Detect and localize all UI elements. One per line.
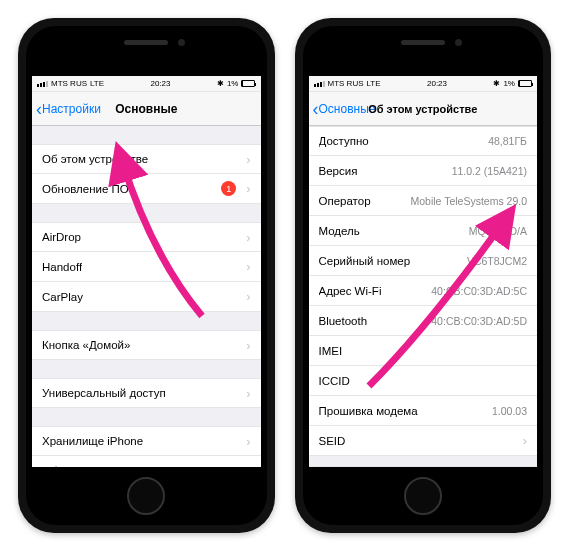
row-value: 1.00.03 — [424, 405, 527, 417]
carrier-label: MTS RUS — [51, 79, 87, 88]
carrier-label: MTS RUS — [328, 79, 364, 88]
row-label: Оператор — [319, 195, 371, 207]
chevron-right-icon: › — [246, 230, 250, 245]
row-value: 40:CB:C0:3D:AD:5C — [387, 285, 527, 297]
home-button[interactable] — [404, 477, 442, 515]
network-label: LTE — [90, 79, 104, 88]
back-label: Настройки — [42, 102, 101, 116]
row-carplay[interactable]: CarPlay › — [32, 282, 261, 312]
status-bar: MTS RUS LTE 20:23 ✱ 1% — [32, 76, 261, 92]
network-label: LTE — [367, 79, 381, 88]
screen-right: MTS RUS LTE 20:23 ✱ 1% ‹ Основные Об это… — [309, 76, 538, 467]
row-label: Адрес Wi-Fi — [319, 285, 382, 297]
row-carrier: Оператор Mobile TeleSystems 29.0 — [309, 186, 538, 216]
chevron-right-icon: › — [246, 259, 250, 274]
row-label: Обновление контента — [42, 465, 159, 468]
row-seid[interactable]: SEID › — [309, 426, 538, 456]
row-label: Версия — [319, 165, 358, 177]
row-software-update[interactable]: Обновление ПО 1 › — [32, 174, 261, 204]
update-badge: 1 — [221, 181, 236, 196]
front-camera — [455, 39, 462, 46]
chevron-right-icon: › — [246, 289, 250, 304]
battery-icon — [241, 80, 255, 87]
row-accessibility[interactable]: Универсальный доступ › — [32, 378, 261, 408]
row-background-refresh[interactable]: Обновление контента › — [32, 456, 261, 467]
row-home-button[interactable]: Кнопка «Домой» › — [32, 330, 261, 360]
back-label: Основные — [319, 102, 376, 116]
battery-icon — [518, 80, 532, 87]
front-camera — [178, 39, 185, 46]
row-label: Хранилище iPhone — [42, 435, 143, 447]
row-model: Модель MQ8L2ZD/A — [309, 216, 538, 246]
row-label: ICCID — [319, 375, 350, 387]
row-label: Модель — [319, 225, 360, 237]
row-value: 11.0.2 (15A421) — [363, 165, 527, 177]
row-label: Обновление ПО — [42, 183, 129, 195]
phone-body: MTS RUS LTE 20:23 ✱ 1% ‹ Настройки Основ… — [26, 26, 267, 525]
phone-right: MTS RUS LTE 20:23 ✱ 1% ‹ Основные Об это… — [295, 18, 552, 533]
row-value: 40:CB:C0:3D:AD:5D — [373, 315, 527, 327]
row-modem: Прошивка модема 1.00.03 — [309, 396, 538, 426]
chevron-right-icon: › — [246, 386, 250, 401]
row-bluetooth: Bluetooth 40:CB:C0:3D:AD:5D — [309, 306, 538, 336]
row-label: Об этом устройстве — [42, 153, 148, 165]
bluetooth-icon: ✱ — [217, 79, 224, 88]
row-about[interactable]: Об этом устройстве › — [32, 144, 261, 174]
bluetooth-icon: ✱ — [493, 79, 500, 88]
phone-left: MTS RUS LTE 20:23 ✱ 1% ‹ Настройки Основ… — [18, 18, 275, 533]
home-button[interactable] — [127, 477, 165, 515]
signal-icon — [37, 81, 48, 87]
back-button[interactable]: ‹ Настройки — [32, 100, 101, 118]
row-label: Универсальный доступ — [42, 387, 166, 399]
chevron-right-icon: › — [246, 181, 250, 196]
row-value: MQ8L2ZD/A — [366, 225, 527, 237]
speaker — [124, 40, 168, 45]
nav-bar: ‹ Настройки Основные — [32, 92, 261, 126]
row-label: Bluetooth — [319, 315, 368, 327]
row-version: Версия 11.0.2 (15A421) — [309, 156, 538, 186]
row-label: IMEI — [319, 345, 343, 357]
nav-bar: ‹ Основные Об этом устройстве — [309, 92, 538, 126]
status-bar: MTS RUS LTE 20:23 ✱ 1% — [309, 76, 538, 92]
row-label: AirDrop — [42, 231, 81, 243]
battery-label: 1% — [227, 79, 239, 88]
chevron-right-icon: › — [246, 338, 250, 353]
about-list[interactable]: Доступно 48,81ГБ Версия 11.0.2 (15A421) … — [309, 126, 538, 467]
row-label: SEID — [319, 435, 346, 447]
row-value: 48,81ГБ — [375, 135, 527, 147]
row-serial: Серийный номер VC6T8JCM2 — [309, 246, 538, 276]
clock-label: 20:23 — [427, 79, 447, 88]
row-label: CarPlay — [42, 291, 83, 303]
signal-icon — [314, 81, 325, 87]
row-imei: IMEI — [309, 336, 538, 366]
row-label: Прошивка модема — [319, 405, 418, 417]
row-value: Mobile TeleSystems 29.0 — [377, 195, 527, 207]
back-button[interactable]: ‹ Основные — [309, 100, 376, 118]
screen-left: MTS RUS LTE 20:23 ✱ 1% ‹ Настройки Основ… — [32, 76, 261, 467]
chevron-right-icon: › — [523, 433, 527, 448]
row-storage[interactable]: Хранилище iPhone › — [32, 426, 261, 456]
phone-body: MTS RUS LTE 20:23 ✱ 1% ‹ Основные Об это… — [303, 26, 544, 525]
row-available: Доступно 48,81ГБ — [309, 126, 538, 156]
row-handoff[interactable]: Handoff › — [32, 252, 261, 282]
clock-label: 20:23 — [150, 79, 170, 88]
chevron-right-icon: › — [246, 434, 250, 449]
settings-list[interactable]: Об этом устройстве › Обновление ПО 1 › A… — [32, 126, 261, 467]
row-wifi: Адрес Wi-Fi 40:CB:C0:3D:AD:5C — [309, 276, 538, 306]
row-label: Серийный номер — [319, 255, 411, 267]
row-value: VC6T8JCM2 — [416, 255, 527, 267]
row-label: Handoff — [42, 261, 82, 273]
chevron-right-icon: › — [246, 152, 250, 167]
row-iccid: ICCID — [309, 366, 538, 396]
chevron-right-icon: › — [246, 463, 250, 467]
row-label: Доступно — [319, 135, 369, 147]
row-label: Кнопка «Домой» — [42, 339, 130, 351]
speaker — [401, 40, 445, 45]
row-legal[interactable]: Правовые документы › — [309, 466, 538, 467]
row-airdrop[interactable]: AirDrop › — [32, 222, 261, 252]
battery-label: 1% — [503, 79, 515, 88]
